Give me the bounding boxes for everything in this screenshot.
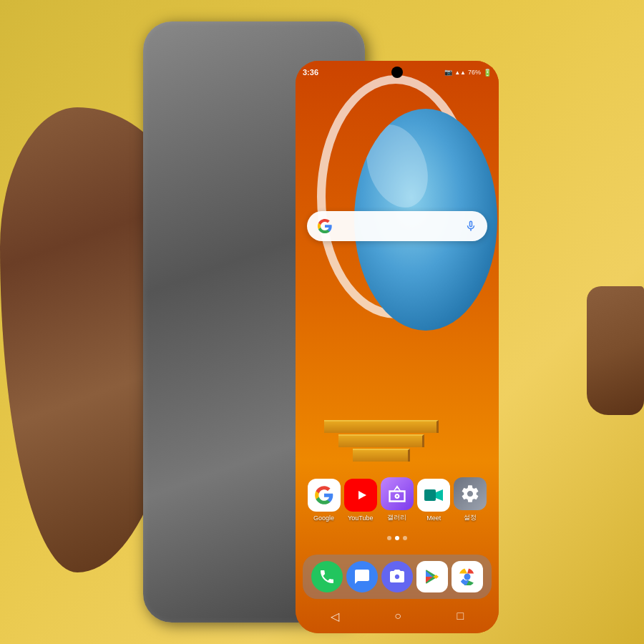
google-logo	[317, 218, 333, 234]
svg-rect-3	[424, 489, 436, 501]
app-google[interactable]: Google	[308, 479, 341, 522]
screenshot-icon: 📷	[444, 69, 452, 76]
shelf-step-2	[338, 434, 424, 447]
phone-screen: 3:36 📷 ▲▲ 76% 🔋	[296, 61, 499, 633]
app-settings[interactable]: 설정	[454, 477, 487, 522]
battery-icon: 🔋	[483, 69, 492, 77]
dot-1	[387, 536, 391, 540]
settings-label: 설정	[464, 513, 477, 522]
google-search-bar[interactable]	[307, 211, 487, 241]
shelf-step-3	[353, 449, 410, 462]
page-dots	[387, 536, 407, 540]
dock-playstore[interactable]	[416, 561, 448, 592]
status-bar: 3:36 📷 ▲▲ 76% 🔋	[296, 61, 499, 81]
oval-decoration-outer	[317, 75, 474, 318]
app-row: Google YouTube 갤러리	[306, 477, 489, 522]
app-meet[interactable]: Meet	[417, 479, 450, 522]
google-icon	[308, 479, 341, 512]
dock-messages[interactable]	[346, 561, 378, 592]
dock-chrome[interactable]	[452, 561, 483, 592]
dock	[303, 555, 492, 599]
dot-2	[395, 536, 399, 540]
meet-icon	[417, 479, 450, 512]
dock-camera[interactable]	[381, 561, 413, 592]
svg-point-5	[464, 574, 470, 580]
app-gallery[interactable]: 갤러리	[381, 477, 414, 522]
youtube-icon	[344, 479, 377, 512]
dot-3	[403, 536, 407, 540]
nav-bar: ◁ ○ □	[303, 605, 492, 628]
battery-text: 76%	[468, 69, 481, 76]
shelf-decoration	[324, 404, 467, 462]
nav-home[interactable]: ○	[394, 610, 401, 623]
status-icons: 📷 ▲▲ 76% 🔋	[444, 69, 492, 77]
gallery-label: 갤러리	[387, 513, 406, 522]
thumb-right	[587, 286, 644, 415]
app-youtube[interactable]: YouTube	[344, 479, 377, 522]
gallery-icon	[381, 477, 414, 510]
oval-reflection	[356, 116, 439, 216]
phone-body: 3:36 📷 ▲▲ 76% 🔋	[143, 21, 365, 623]
google-label: Google	[313, 514, 334, 522]
settings-icon	[454, 477, 487, 510]
shelf-step-1	[324, 420, 439, 433]
microphone-icon[interactable]	[464, 220, 477, 233]
meet-label: Meet	[426, 514, 441, 522]
signal-icon: ▲▲	[454, 69, 466, 76]
dock-phone[interactable]	[311, 561, 343, 592]
youtube-label: YouTube	[348, 514, 373, 522]
nav-back[interactable]: ◁	[331, 610, 339, 623]
status-time: 3:36	[303, 68, 318, 77]
nav-recent[interactable]: □	[457, 610, 464, 623]
